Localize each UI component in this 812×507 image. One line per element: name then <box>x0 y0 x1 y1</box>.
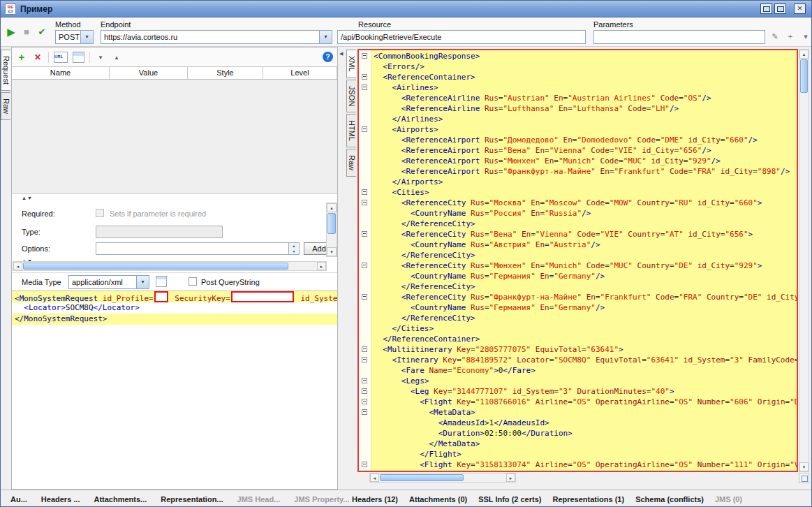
close-window-button[interactable]: ✕ <box>794 3 806 14</box>
url-encode-icon[interactable]: URL <box>54 52 68 63</box>
splitter-collapse-top[interactable]: ▲▼ <box>22 196 33 200</box>
scroll-up-icon[interactable]: ▲ <box>799 50 809 59</box>
fold-toggle-icon[interactable] <box>362 231 367 237</box>
parameter-detail-form: Required: Sets if parameter is required … <box>12 203 326 257</box>
request-tab-raw[interactable]: Raw <box>1 92 10 120</box>
column-header-value[interactable]: Value <box>110 67 188 79</box>
fold-toggle-icon[interactable] <box>362 357 367 362</box>
response-bottom-tab-schema-conflicts[interactable]: Schema (conflicts) <box>635 495 704 504</box>
remove-row-button[interactable]: ✕ <box>32 52 43 63</box>
options-spinner-icons[interactable]: ▲▼ <box>288 243 299 254</box>
response-tab-xml[interactable]: XML <box>346 50 356 78</box>
format-body-icon[interactable] <box>156 276 167 287</box>
fold-toggle-icon[interactable] <box>362 294 367 300</box>
type-input[interactable] <box>96 226 223 238</box>
run-request-button[interactable]: ▶ <box>5 26 17 38</box>
options-combo[interactable]: ▲▼ <box>96 242 300 255</box>
request-body-line[interactable]: <Locator>SOCM8Q</Locator> <box>12 302 337 314</box>
fold-toggle-icon[interactable] <box>362 189 367 195</box>
add-option-button[interactable]: Add <box>304 242 326 255</box>
scroll-left-icon[interactable]: ◄ <box>370 473 379 482</box>
endpoint-combo[interactable]: https://avia.corteos.ru ▾ <box>101 30 332 44</box>
response-xml-line: <Leg Key="3144777107" id_System="3" Dura… <box>359 386 797 397</box>
scroll-right-icon[interactable]: ► <box>506 473 515 482</box>
scrollbar-thumb[interactable] <box>380 474 464 481</box>
add-row-button[interactable]: + <box>16 52 27 63</box>
scrollbar-thumb[interactable] <box>23 263 288 270</box>
main-area: RequestRaw + ✕ URL ▾ ▴ ? NameValueStyleL… <box>1 47 811 490</box>
resize-grip-icon[interactable] <box>799 473 809 483</box>
scroll-down-icon[interactable]: ▼ <box>327 247 337 256</box>
help-button[interactable]: ? <box>323 52 333 62</box>
response-vertical-scrollbar[interactable]: ▲ ▼ <box>799 49 809 472</box>
fold-toggle-icon[interactable] <box>362 74 367 80</box>
collapse-left-icon[interactable]: ◀ <box>339 51 343 57</box>
request-bottom-tab-representation[interactable]: Representation... <box>161 495 223 504</box>
fold-toggle-icon[interactable] <box>362 409 367 415</box>
verify-request-button[interactable]: ✔ <box>36 26 48 38</box>
response-xml-line: </Flight> <box>359 449 797 460</box>
add-parameter-button[interactable]: + <box>784 30 797 43</box>
scrollbar-thumb[interactable] <box>327 213 336 234</box>
fold-toggle-icon[interactable] <box>362 378 367 383</box>
response-bottom-tab-ssl-info-2-certs[interactable]: SSL Info (2 certs) <box>478 495 541 504</box>
clear-table-icon[interactable] <box>73 52 84 63</box>
params-horizontal-scrollbar[interactable]: ◄ ► <box>13 261 327 271</box>
required-checkbox[interactable] <box>96 209 104 217</box>
fold-toggle-icon[interactable] <box>362 462 367 467</box>
method-select[interactable]: POST ▾ <box>55 30 94 44</box>
scrollbar-thumb[interactable] <box>800 59 808 93</box>
response-horizontal-scrollbar[interactable]: ◄ ► <box>369 473 516 483</box>
panel-splitter[interactable]: ◀ <box>338 47 346 490</box>
scroll-right-icon[interactable]: ► <box>317 262 326 270</box>
response-bottom-tab-representations-1[interactable]: Representations (1) <box>552 495 624 504</box>
response-xml-line: <ReferenceAirport Rus="Домодедово" En="D… <box>359 135 797 145</box>
fold-toggle-icon[interactable] <box>362 263 367 268</box>
fold-toggle-icon[interactable] <box>362 388 367 394</box>
column-header-style[interactable]: Style <box>188 67 263 79</box>
column-header-name[interactable]: Name <box>12 67 110 79</box>
toolbar-options-button[interactable]: ▾ <box>799 30 812 43</box>
edit-disabled-button[interactable]: ✎ <box>769 30 781 43</box>
media-type-dropdown-arrow-icon[interactable]: ▾ <box>136 276 149 288</box>
fold-toggle-icon[interactable] <box>362 53 367 59</box>
float-window-button[interactable] <box>760 3 772 14</box>
fold-toggle-icon[interactable] <box>362 346 367 352</box>
resource-input[interactable]: /api/BookingRetrieve/Execute <box>337 30 586 44</box>
redaction-box <box>154 291 168 302</box>
fold-toggle-icon[interactable] <box>362 84 367 90</box>
form-vertical-scrollbar[interactable]: ▲ ▼ <box>326 203 337 257</box>
request-bottom-tab-attachments[interactable]: Attachments... <box>94 495 147 504</box>
request-tab-request[interactable]: Request <box>1 50 10 91</box>
request-body-editor[interactable]: <MonoSystemRequest id_Profile= SecurityK… <box>12 291 337 489</box>
collapse-up-button[interactable]: ▴ <box>111 52 122 63</box>
more-options-button[interactable]: ▾ <box>95 52 106 63</box>
fold-toggle-icon[interactable] <box>362 399 367 404</box>
scroll-down-icon[interactable]: ▼ <box>799 462 809 471</box>
media-type-select[interactable]: application/xml ▾ <box>68 275 149 289</box>
response-bottom-tab-headers-12[interactable]: Headers (12) <box>352 495 398 504</box>
request-bottom-tab-au[interactable]: Au... <box>10 495 27 504</box>
fold-toggle-icon[interactable] <box>362 126 367 132</box>
maximize-window-button[interactable] <box>774 3 786 14</box>
stop-request-button[interactable]: ■ <box>20 26 33 38</box>
post-querystring-checkbox[interactable] <box>189 277 197 286</box>
request-body-line[interactable]: </MonoSystemRequest> <box>12 314 337 325</box>
column-header-level[interactable]: Level <box>263 67 337 79</box>
response-bottom-tab-attachments-0[interactable]: Attachments (0) <box>409 495 467 504</box>
request-body-line[interactable]: <MonoSystemRequest id_Profile= SecurityK… <box>12 291 337 302</box>
fold-toggle-icon[interactable] <box>362 200 367 205</box>
response-tab-html[interactable]: HTML <box>346 114 356 147</box>
parameters-input[interactable] <box>593 30 765 44</box>
method-dropdown-arrow-icon[interactable]: ▾ <box>80 31 93 43</box>
response-xml-line: <ReferenceAirline Rus="Lufthansa" En="Lu… <box>359 103 797 114</box>
response-xml-view[interactable]: <CommonBookingResponse> <Errors/> <Refer… <box>357 49 798 472</box>
request-bottom-tab-headers[interactable]: Headers ... <box>41 495 80 504</box>
scroll-left-icon[interactable]: ◄ <box>13 262 22 270</box>
response-tab-raw[interactable]: Raw <box>346 149 356 177</box>
params-table-body[interactable] <box>12 80 337 194</box>
response-tab-json[interactable]: JSON <box>346 80 356 112</box>
scroll-up-icon[interactable]: ▲ <box>327 203 337 212</box>
response-xml-line: <CountryName Rus="Германия" En="Germany"… <box>359 271 797 281</box>
endpoint-dropdown-arrow-icon[interactable]: ▾ <box>319 31 332 43</box>
